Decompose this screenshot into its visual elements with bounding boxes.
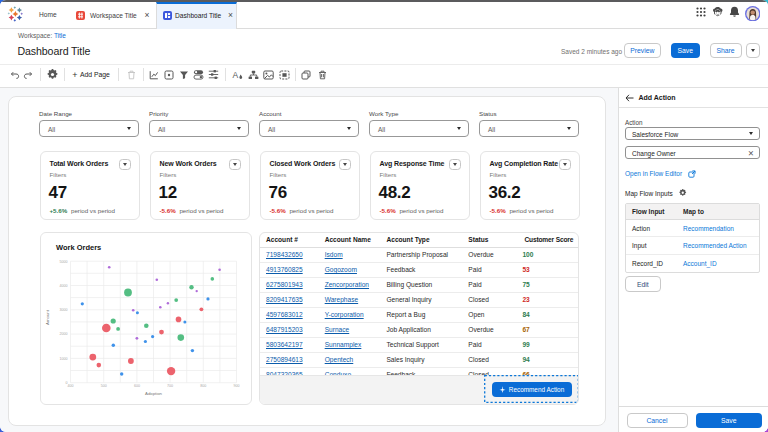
svg-text:3000: 3000 [59,308,67,312]
svg-text:2000: 2000 [59,332,67,336]
svg-text:900: 900 [233,384,239,388]
svg-text:5000: 5000 [59,260,67,264]
svg-text:700: 700 [167,384,173,388]
svg-text:1000: 1000 [59,357,67,361]
svg-text:Adoption: Adoption [145,391,163,396]
svg-text:Amount: Amount [45,309,50,325]
svg-text:800: 800 [200,384,206,388]
svg-text:500: 500 [100,384,106,388]
svg-text:A: A [232,70,238,80]
svg-text:400: 400 [67,384,73,388]
svg-text:4000: 4000 [59,284,67,288]
svg-text:600: 600 [133,384,139,388]
